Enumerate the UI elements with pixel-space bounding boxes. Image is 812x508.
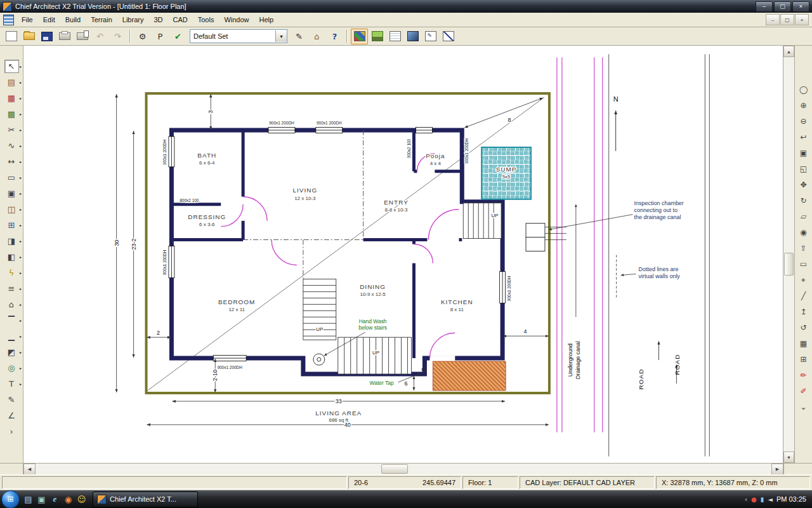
- room-size-sump[interactable]: 5x5: [502, 174, 511, 180]
- room-label-entry[interactable]: ENTRY: [384, 199, 409, 206]
- new-plan-button[interactable]: [3, 29, 20, 44]
- hand-wash-note-line2[interactable]: below stairs: [358, 324, 387, 331]
- maximize-button[interactable]: ▢: [774, 1, 791, 12]
- auto-rebuild-button[interactable]: ✔: [169, 29, 187, 44]
- antivirus-tray-icon[interactable]: ●: [751, 496, 757, 503]
- dim-4[interactable]: 4: [524, 328, 527, 335]
- dim-3[interactable]: 3: [207, 110, 214, 114]
- stair-tools[interactable]: ≡ ▸: [1, 281, 22, 297]
- window-label-left-1[interactable]: 900x1 200DH: [162, 140, 167, 165]
- window-switcher-icon[interactable]: ▣: [35, 492, 48, 506]
- volume-tray-icon[interactable]: ◄: [768, 496, 773, 503]
- up-label-stairs1[interactable]: UP: [316, 326, 323, 332]
- print-button[interactable]: [56, 29, 73, 44]
- menu-3d[interactable]: 3D: [148, 14, 167, 25]
- cad-detail-button[interactable]: [422, 29, 439, 44]
- roof-tools[interactable]: ⌂ ▸: [1, 297, 22, 312]
- camera-view-button[interactable]: [369, 29, 386, 44]
- dim-6[interactable]: 6: [404, 380, 407, 387]
- zoom-out-tool[interactable]: ⊖: [796, 113, 811, 129]
- living-area-label[interactable]: LIVING AREA: [315, 410, 362, 417]
- up-label-porch[interactable]: UP: [492, 213, 499, 218]
- road-label-2[interactable]: ROAD: [674, 354, 681, 375]
- window-label-top-2[interactable]: 900x1 200DH: [317, 121, 342, 125]
- copy-region-tool[interactable]: ▱: [796, 208, 811, 224]
- underground-label-line1[interactable]: Underground: [567, 344, 573, 377]
- dotted-note-line2[interactable]: virtual walls only: [639, 273, 681, 279]
- underground-label-line2[interactable]: Drainage canal: [575, 341, 581, 379]
- living-area-value[interactable]: 686 sq ft: [329, 417, 348, 423]
- taskbar-clock[interactable]: PM 03:25: [776, 495, 806, 503]
- room-size-bath[interactable]: 6 x 6-4: [199, 160, 215, 166]
- help-contents-button[interactable]: ?: [326, 29, 343, 44]
- dim-2[interactable]: 2: [157, 330, 160, 336]
- door-label-pooja[interactable]: 900x2 100: [407, 138, 411, 158]
- menu-terrain[interactable]: Terrain: [86, 14, 117, 25]
- site-lines[interactable]: [557, 54, 709, 456]
- fencing-tools[interactable]: ▩ ▸: [1, 106, 22, 122]
- undo-button[interactable]: ↶: [91, 29, 108, 44]
- fill-window-tool[interactable]: ▣: [796, 145, 811, 161]
- tool-dropdown-icon[interactable]: ▸: [20, 286, 22, 291]
- scroll-right-button[interactable]: ▶: [771, 464, 783, 475]
- undo-zoom-tool[interactable]: ↩: [796, 129, 811, 145]
- pan-window-tool[interactable]: ✥: [796, 177, 811, 192]
- room-size-dining[interactable]: 10-9 x 12-5: [360, 291, 386, 297]
- select-region-tool[interactable]: ▭: [796, 256, 811, 272]
- menu-help[interactable]: Help: [254, 14, 279, 25]
- scroll-up-button[interactable]: ▲: [783, 46, 794, 57]
- angle-snap-tool[interactable]: ∠ ▸: [1, 408, 22, 424]
- window-label-bottom[interactable]: 900x1 200DH: [217, 365, 242, 370]
- mouse-orbit-tool[interactable]: ↻: [796, 192, 811, 208]
- messenger-icon[interactable]: ☺: [75, 492, 88, 506]
- ceiling-tools[interactable]: ▔ ▸: [1, 312, 22, 328]
- cross-section-tools[interactable]: ◩ ▸: [1, 344, 22, 360]
- doorway-view-tool[interactable]: ◉: [796, 224, 811, 240]
- door-label-bath[interactable]: 800x2 100: [180, 198, 199, 203]
- vertical-scrollbar[interactable]: ▲ ▼: [783, 46, 794, 463]
- mdi-restore-button[interactable]: ▢: [780, 14, 794, 25]
- horizontal-scroll-thumb[interactable]: [381, 464, 408, 474]
- tool-dropdown-icon[interactable]: ▸: [20, 366, 22, 370]
- tool-dropdown-icon[interactable]: ▸: [20, 159, 22, 164]
- water-tap-note[interactable]: Water Tap: [370, 380, 394, 386]
- dim-33[interactable]: 33: [336, 398, 342, 404]
- room-label-dining[interactable]: DINING: [360, 283, 386, 290]
- markup-tool[interactable]: ✏: [796, 367, 811, 383]
- road-label-1[interactable]: ROAD: [638, 369, 645, 390]
- curve-tools[interactable]: ∿ ▸: [1, 138, 22, 154]
- cross-section-button[interactable]: [440, 29, 457, 44]
- tool-dropdown-icon[interactable]: ▸: [20, 96, 22, 100]
- furniture-tools[interactable]: ◧ ▸: [1, 249, 22, 265]
- room-size-kitchen[interactable]: 8 x 11: [450, 307, 464, 312]
- dim-8[interactable]: 8: [508, 117, 511, 123]
- vertical-scroll-track[interactable]: [783, 57, 794, 451]
- print-preview-button[interactable]: [74, 29, 91, 44]
- tool-dropdown-icon[interactable]: ▸: [20, 207, 22, 211]
- window-tools[interactable]: ⊞ ▸: [1, 217, 22, 233]
- room-label-sump[interactable]: SUMP: [496, 166, 517, 173]
- mdi-close-button[interactable]: ×: [795, 14, 809, 25]
- window-label-kitchen[interactable]: 900x1 200DH: [507, 276, 511, 301]
- tool-dropdown-icon[interactable]: ▸: [20, 255, 22, 259]
- cad-tools[interactable]: ✎ ▸: [1, 392, 22, 408]
- house-walls[interactable]: [171, 130, 502, 374]
- electrical-tools[interactable]: ϟ ▸: [1, 265, 22, 281]
- library-browser-button[interactable]: ⌂: [308, 29, 325, 44]
- tool-dropdown-icon[interactable]: ▸: [20, 112, 22, 116]
- room-label-dressing[interactable]: DRESSING: [188, 213, 226, 220]
- stairs[interactable]: [303, 203, 501, 374]
- tool-dropdown-icon[interactable]: ▸: [20, 334, 22, 338]
- menu-cad[interactable]: CAD: [167, 14, 192, 25]
- media-player-icon[interactable]: ◉: [62, 492, 75, 506]
- wall-tools[interactable]: ▤ ▸: [1, 74, 22, 90]
- zoom-tool[interactable]: ◯: [796, 81, 811, 97]
- tray-expand-icon[interactable]: ‹: [745, 496, 747, 503]
- grid-snap-tool[interactable]: ▦: [796, 335, 811, 351]
- windows[interactable]: [169, 128, 506, 361]
- text-tools[interactable]: T ▸: [1, 376, 22, 392]
- tool-dropdown-icon[interactable]: ▸: [20, 318, 22, 323]
- appliance-tools[interactable]: ▣ ▸: [1, 185, 22, 201]
- window-label-top-1[interactable]: 900x1 200DH: [269, 121, 294, 125]
- minimize-button[interactable]: –: [756, 1, 773, 12]
